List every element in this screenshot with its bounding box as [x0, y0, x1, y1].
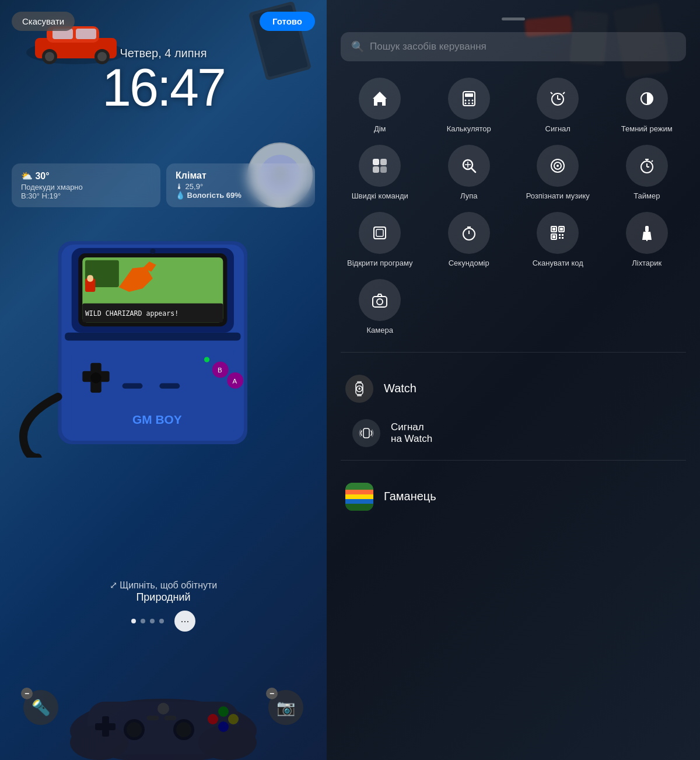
svg-rect-102 [560, 228, 563, 231]
svg-point-44 [198, 725, 257, 760]
watch-section-icon [345, 375, 373, 403]
drag-handle [502, 18, 525, 20]
home-control[interactable]: Дім [341, 78, 419, 134]
alarm-icon-btn[interactable] [537, 78, 579, 120]
pinch-hint: ⤢ Щипніть, щоб обітнути [0, 580, 327, 591]
style-dot-1[interactable] [131, 619, 136, 623]
shortcuts-control[interactable]: Швидкі команди [341, 145, 419, 201]
home-label: Дім [374, 124, 386, 134]
svg-rect-93 [376, 229, 383, 236]
shortcuts-label: Швидкі команди [352, 191, 408, 201]
open-app-label: Відкрити програму [347, 259, 412, 269]
wallet-icon [345, 483, 373, 511]
bottom-widgets: − 🔦 − 📷 [0, 690, 327, 725]
svg-point-85 [556, 165, 559, 167]
gameboy-illustration: WILD CHARIZARD appears! GM BOY B A [18, 228, 315, 426]
scan-code-control[interactable]: Сканувати код [519, 212, 597, 269]
svg-rect-108 [645, 226, 649, 232]
magnifier-control[interactable]: Лупа [430, 145, 509, 201]
stopwatch-icon [460, 224, 478, 242]
svg-rect-76 [380, 159, 387, 165]
weather-temp-value: 30° [35, 171, 49, 181]
remove-flashlight-button[interactable]: − [21, 688, 33, 699]
weather-widgets: ⛅ 30° Подекуди хмарно В:30° Н:19° Клімат… [12, 163, 315, 207]
search-bar[interactable]: 🔍 Пошук засобів керування [341, 32, 686, 61]
controls-grid: Дім Калькулятор [341, 78, 686, 336]
svg-rect-101 [552, 228, 555, 231]
timer-control[interactable]: Таймер [608, 145, 687, 201]
wallet-section[interactable]: Гаманець [341, 475, 686, 519]
divider-2 [341, 460, 686, 461]
weather-temp: ⛅ 30° [21, 170, 151, 182]
magnifier-icon-btn[interactable] [448, 145, 490, 187]
dark-mode-icon-btn[interactable] [626, 78, 668, 120]
svg-rect-118 [357, 381, 362, 383]
dark-mode-label: Темний режим [621, 124, 673, 134]
svg-line-73 [563, 92, 565, 94]
shazam-control[interactable]: Розпізнати музику [519, 145, 597, 201]
dark-mode-control[interactable]: Темний режим [608, 78, 687, 134]
camera-widget[interactable]: − 📷 [268, 690, 303, 725]
svg-rect-124 [345, 499, 373, 504]
flashlight-icon-btn[interactable] [626, 212, 668, 254]
remove-camera-button[interactable]: − [266, 688, 278, 699]
calculator-control[interactable]: Калькулятор [430, 78, 509, 134]
climate-humidity: 💧 Вологість 69% [176, 191, 306, 200]
svg-point-66 [464, 103, 466, 104]
camera-icon-btn[interactable] [359, 279, 401, 321]
camera-label: Камера [367, 326, 393, 336]
timer-label: Таймер [634, 191, 660, 201]
shortcuts-icon-btn[interactable] [359, 145, 401, 187]
calculator-icon-btn[interactable] [448, 78, 490, 120]
svg-text:B: B [218, 367, 222, 374]
timer-icon [638, 156, 656, 175]
svg-rect-126 [345, 504, 373, 511]
flashlight-widget[interactable]: − 🔦 [23, 690, 58, 725]
search-icon: 🔍 [351, 40, 364, 53]
svg-rect-119 [357, 395, 362, 396]
wallet-label: Гаманець [384, 490, 436, 503]
stopwatch-icon-btn[interactable] [448, 212, 490, 254]
svg-text:WILD CHARIZARD appears!: WILD CHARIZARD appears! [85, 309, 178, 318]
svg-rect-39 [159, 384, 180, 389]
calculator-label: Калькулятор [447, 124, 491, 134]
gameboy-svg: WILD CHARIZARD appears! GM BOY B A [18, 228, 315, 458]
camera-control[interactable]: Камера [341, 279, 419, 336]
open-app-control[interactable]: Відкрити програму [341, 212, 419, 269]
cancel-button[interactable]: Скасувати [12, 12, 75, 31]
svg-line-72 [551, 92, 552, 94]
top-bar: Скасувати Готово [0, 12, 327, 31]
scan-code-icon-btn[interactable] [537, 212, 579, 254]
svg-point-28 [150, 249, 155, 254]
camera-icon [370, 291, 389, 309]
svg-rect-125 [345, 483, 373, 490]
weather-description: Подекуди хмарно [21, 183, 151, 191]
svg-rect-122 [345, 490, 373, 494]
done-button[interactable]: Готово [260, 12, 315, 31]
ping-watch-section[interactable]: Сигнална Watch [341, 411, 686, 455]
style-dot-4[interactable] [159, 619, 164, 623]
home-icon [370, 89, 389, 108]
shazam-icon-btn[interactable] [537, 145, 579, 187]
more-styles-button[interactable]: ··· [174, 611, 195, 632]
style-dot-2[interactable] [141, 619, 145, 623]
timer-icon-btn[interactable] [626, 145, 668, 187]
svg-point-65 [471, 100, 473, 102]
svg-point-40 [204, 357, 209, 362]
stopwatch-label: Секундомір [449, 259, 489, 269]
style-dot-3[interactable] [150, 619, 155, 623]
svg-rect-75 [373, 159, 379, 165]
flashlight-control[interactable]: Ліхтарик [608, 212, 687, 269]
svg-rect-123 [345, 494, 373, 499]
stopwatch-control[interactable]: Секундомір [430, 212, 509, 269]
control-center-content: 🔍 Пошук засобів керування Дім [327, 0, 700, 531]
open-app-icon-btn[interactable] [359, 212, 401, 254]
shazam-label: Розпізнати музику [526, 191, 590, 201]
left-panel: Скасувати Готово Четвер, 4 липня 16:47 ⛅… [0, 0, 327, 760]
watch-section[interactable]: Watch [341, 367, 686, 411]
svg-rect-77 [373, 166, 379, 173]
alarm-control[interactable]: Сигнал [519, 78, 597, 134]
lock-time: 16:47 [0, 61, 327, 114]
calculator-icon [460, 89, 478, 108]
home-icon-btn[interactable] [359, 78, 401, 120]
